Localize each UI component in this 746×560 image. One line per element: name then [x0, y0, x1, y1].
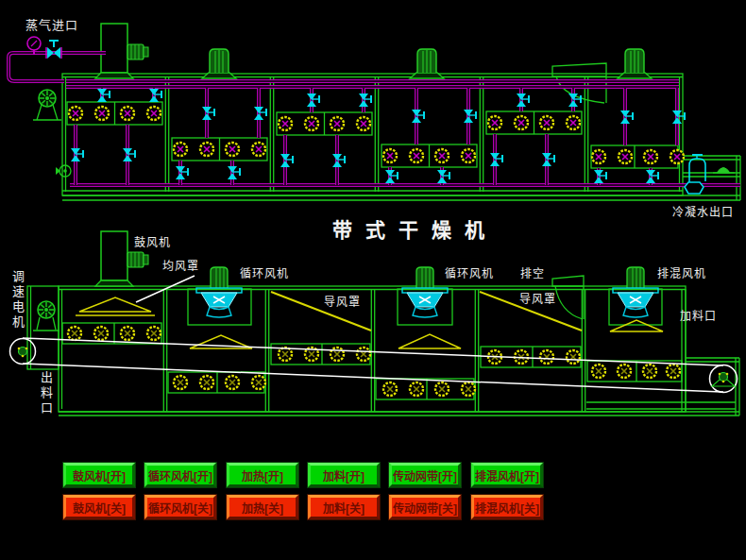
blower-label: 鼓风机: [134, 237, 171, 250]
discharge-outlet-label: 出料口: [38, 371, 52, 416]
condensate-outlet-label: 冷凝水出口: [672, 207, 734, 220]
top-machine: [8, 24, 740, 200]
circulation-fan-off-button[interactable]: 循环风机[关]: [144, 495, 216, 519]
steam-piping: [8, 37, 106, 81]
blower-off-button[interactable]: 鼓风机[关]: [63, 495, 135, 519]
feeding-off-button[interactable]: 加料[关]: [308, 495, 380, 519]
circulation-fan-on-button[interactable]: 循环风机[开]: [144, 463, 216, 487]
even-air-hood-label: 均风罩: [162, 261, 199, 274]
bottom-machine: [10, 231, 740, 416]
circulation-fan-1-label: 循环风机: [240, 268, 289, 281]
page-title: 带式干燥机: [332, 214, 498, 243]
heating-on-button[interactable]: 加热[开]: [227, 463, 298, 487]
left-fan: [33, 90, 61, 120]
feed-inlet-label: 加料口: [680, 311, 717, 324]
speed-motor-fan: [33, 301, 59, 331]
roof-fan-motor: [618, 49, 652, 78]
left-pump: [56, 165, 71, 177]
guide-hood-2-label: 导风罩: [519, 294, 556, 307]
roof-fan-motor: [202, 49, 236, 78]
exhaust-fan-on-button[interactable]: 排混风机[开]: [471, 463, 543, 487]
circulation-fan: [196, 267, 242, 317]
steam-valve: [46, 41, 61, 59]
top-machine-frame: [62, 74, 740, 200]
circulation-fan-2-label: 循环风机: [445, 268, 494, 281]
speed-motor-label: 调速电机: [9, 270, 24, 331]
feeding-on-button[interactable]: 加料[开]: [308, 463, 380, 487]
belt-drive-off-button[interactable]: 传动网带[关]: [389, 495, 461, 519]
blower-on-button[interactable]: 鼓风机[开]: [63, 463, 135, 487]
steam-inlet-label: 蒸气进口: [25, 19, 78, 33]
exhaust-mix-fan: [613, 267, 658, 317]
roof-fan-motor: [410, 49, 444, 78]
exhaust-fan-off-button[interactable]: 排混风机[关]: [471, 495, 543, 519]
vent-label: 排空: [520, 268, 545, 281]
steam-headers: [66, 81, 740, 185]
duct-elbow-bottom: [552, 276, 584, 319]
heating-off-button[interactable]: 加热[关]: [227, 495, 298, 519]
hmi-screen: 蒸气进口 冷凝水出口 带式干燥机 鼓风机 均风罩 循环风机 循环风机 排空 排混…: [0, 0, 746, 560]
exhaust-mix-fan-label: 排混风机: [657, 268, 706, 281]
circulation-fan: [402, 267, 448, 317]
guide-hood-1-label: 导风罩: [324, 297, 361, 310]
belt-drive-on-button[interactable]: 传动网带[开]: [389, 463, 461, 487]
condensate-trap: [685, 155, 735, 194]
